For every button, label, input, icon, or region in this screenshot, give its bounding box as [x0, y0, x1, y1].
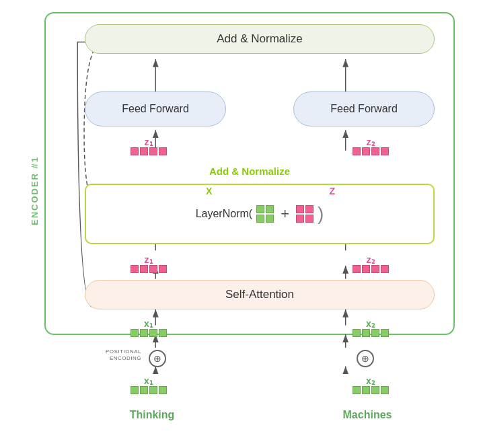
block: [159, 329, 167, 337]
add-norm-top: Add & Normalize: [85, 24, 435, 54]
z1-mid-group: z₁: [131, 254, 167, 273]
pos-enc-circle-right: ⊕: [357, 350, 374, 367]
add-norm-inner-label: Add & Normalize: [44, 165, 455, 177]
block: [296, 205, 304, 213]
word-machines: Machines: [337, 409, 398, 421]
block: [381, 329, 389, 337]
z1-mid-blocks: [131, 265, 167, 273]
layer-norm-box: LayerNorm( +: [85, 184, 435, 244]
block: [353, 329, 361, 337]
z1-top-label: z₁: [145, 137, 153, 147]
x-blocks: [256, 205, 274, 223]
self-attention-box: Self-Attention: [85, 280, 435, 309]
layer-norm-text: LayerNorm(: [196, 208, 252, 220]
z2-top-group: z₂: [353, 137, 389, 155]
z2-mid-group: z₂: [353, 254, 389, 273]
x1-enc-label: x₁: [144, 318, 153, 329]
block: [381, 386, 389, 394]
plus-sign: +: [281, 205, 289, 223]
block: [256, 205, 264, 213]
encoder-label: ENCODER #1: [30, 46, 40, 335]
word-thinking: Thinking: [125, 409, 179, 421]
block: [140, 147, 148, 155]
block: [371, 386, 379, 394]
x1-bottom-blocks: [131, 386, 167, 394]
block: [266, 205, 274, 213]
x2-bottom-group: x₂: [353, 375, 389, 394]
block: [296, 215, 304, 223]
block: [131, 329, 139, 337]
z-blocks: [296, 205, 314, 223]
x2-bottom-label: x₂: [366, 375, 375, 386]
block: [159, 386, 167, 394]
block: [353, 265, 361, 273]
feed-forward-right: Feed Forward: [293, 91, 435, 126]
x2-enc-label: x₂: [366, 318, 375, 329]
block: [266, 215, 274, 223]
z-label: Z: [329, 186, 335, 196]
block: [131, 386, 139, 394]
x1-bottom-group: x₁: [131, 375, 167, 394]
block: [305, 205, 314, 213]
block: [149, 329, 157, 337]
pos-enc-circle-left: ⊕: [149, 350, 166, 367]
block: [131, 147, 139, 155]
close-paren: ): [318, 203, 324, 225]
block: [159, 265, 167, 273]
x2-enc-blocks: [353, 329, 389, 337]
block: [159, 147, 167, 155]
feed-forward-left: Feed Forward: [85, 91, 226, 126]
block: [353, 147, 361, 155]
x1-bottom-label: x₁: [144, 375, 153, 386]
block: [131, 265, 139, 273]
block: [362, 147, 370, 155]
z1-top-group: z₁: [131, 137, 167, 155]
z2-mid-label: z₂: [367, 254, 375, 265]
z2-mid-blocks: [353, 265, 389, 273]
block: [256, 215, 264, 223]
block: [140, 386, 148, 394]
block: [362, 386, 370, 394]
x1-enc-blocks: [131, 329, 167, 337]
block: [362, 329, 370, 337]
x-label: X: [206, 186, 212, 196]
x2-enc-group: x₂: [353, 318, 389, 337]
z1-mid-label: z₁: [145, 254, 153, 265]
pos-enc-label: POSITIONALENCODING: [83, 348, 141, 363]
x1-enc-group: x₁: [131, 318, 167, 337]
block: [353, 386, 361, 394]
z1-top-blocks: [131, 147, 167, 155]
block: [140, 265, 148, 273]
block: [149, 386, 157, 394]
block: [371, 265, 379, 273]
main-container: ENCODER #1: [17, 12, 462, 436]
block: [381, 265, 389, 273]
block: [305, 215, 314, 223]
diagram: Add & Normalize Feed Forward Feed Forwar…: [44, 12, 455, 436]
block: [381, 147, 389, 155]
z2-top-blocks: [353, 147, 389, 155]
block: [149, 147, 157, 155]
block: [140, 329, 148, 337]
x2-bottom-blocks: [353, 386, 389, 394]
block: [149, 265, 157, 273]
block: [371, 329, 379, 337]
block: [362, 265, 370, 273]
block: [371, 147, 379, 155]
z2-top-label: z₂: [367, 137, 375, 147]
